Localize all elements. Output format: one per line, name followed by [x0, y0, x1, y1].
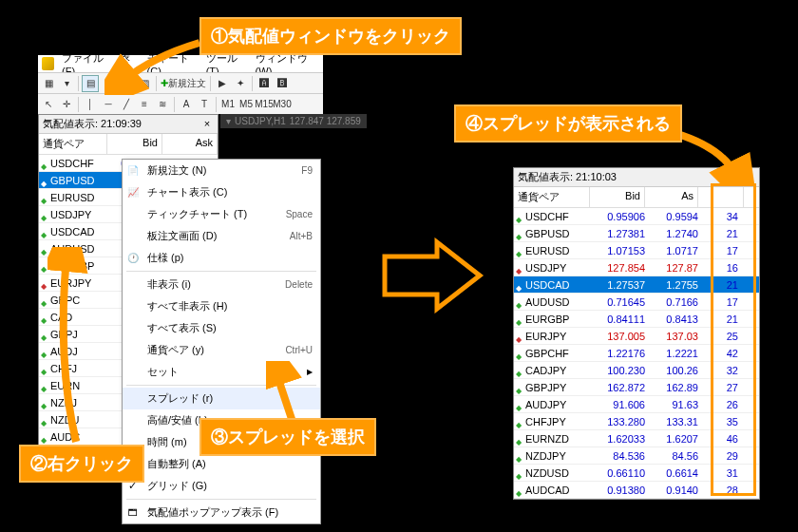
market-watch-header: 通貨ペア Bid Ask — [39, 134, 218, 155]
tf-m30[interactable]: M30 — [274, 96, 291, 113]
context-menu-item[interactable]: ✓自動整列 (A) — [123, 453, 320, 475]
direction-icon — [41, 296, 48, 304]
tb-profile-icon[interactable]: ▾ — [58, 75, 75, 92]
tb-navigator-icon[interactable]: ▥ — [100, 75, 117, 92]
direction-icon — [516, 469, 523, 477]
context-menu-item[interactable]: 🗔気配値ポップアップ表示 (F) — [123, 502, 320, 523]
new-order-button[interactable]: ✚ 新規注文 — [160, 75, 207, 92]
tf-m1[interactable]: M1 — [219, 96, 237, 113]
direction-icon — [41, 160, 48, 167]
tf-m15[interactable]: M15 — [256, 96, 273, 113]
submenu-arrow-icon: ▶ — [307, 368, 313, 376]
direction-icon — [516, 418, 523, 426]
direction-icon — [516, 264, 523, 272]
table-row[interactable]: EURUSD1.071531.071717 — [514, 242, 759, 259]
toolbar-1: ▦ ▾ ▤ ▥ ▧ ▨ ✚ 新規注文 ▶ ✦ 🅰 🅱 — [38, 72, 323, 93]
table-row[interactable]: USDCHF0.959060.959434 — [514, 208, 759, 225]
table-row[interactable]: EURNZD1.620331.620746 — [514, 430, 759, 447]
direction-icon — [41, 382, 48, 390]
direction-icon — [516, 281, 523, 289]
direction-icon — [41, 331, 48, 338]
crosshair-icon[interactable]: ✛ — [58, 96, 75, 113]
chart-tab[interactable]: ▾USDJPY,H1127.847 127.859 — [220, 114, 367, 128]
table-row[interactable]: NZDUSD0.661100.661431 — [514, 465, 759, 482]
context-menu-item[interactable]: セット▶ — [123, 361, 320, 383]
direction-icon — [516, 350, 523, 357]
table-row[interactable]: CADJPY100.230100.2632 — [514, 362, 759, 379]
direction-icon — [516, 315, 523, 323]
table-row[interactable]: AUDUSD0.716450.716617 — [514, 294, 759, 311]
callout-3: ③スプレッドを選択 — [200, 418, 376, 456]
menu-icon: 🕐 — [126, 252, 140, 265]
table-row[interactable]: GBPJPY162.872162.8927 — [514, 379, 759, 396]
direction-icon — [41, 433, 48, 441]
direction-icon — [41, 314, 48, 321]
big-transition-arrow — [380, 238, 484, 314]
table-row[interactable]: AUDJPY91.60691.6326 — [514, 396, 759, 413]
context-menu-item[interactable]: 📈チャート表示 (C) — [123, 181, 320, 203]
direction-icon — [516, 367, 523, 374]
table-row[interactable]: EURJPY137.005137.0325 — [514, 328, 759, 345]
direction-icon — [41, 245, 48, 253]
table-row[interactable]: EURGBP0.841110.841321 — [514, 311, 759, 328]
table-row[interactable]: CHFJPY133.280133.3135 — [514, 413, 759, 430]
close-icon[interactable]: × — [200, 118, 214, 131]
tb-a-icon[interactable]: 🅰 — [256, 75, 273, 92]
direction-icon — [516, 452, 523, 460]
tb-terminal-icon[interactable]: ▧ — [118, 75, 135, 92]
text-icon[interactable]: A — [178, 96, 195, 113]
direction-icon — [516, 384, 523, 391]
channel-icon[interactable]: ≡ — [136, 96, 153, 113]
tb-b-icon[interactable]: 🅱 — [274, 75, 291, 92]
tb-market-watch-icon[interactable]: ▤ — [82, 75, 99, 92]
label-icon[interactable]: T — [196, 96, 213, 113]
context-menu-item[interactable]: ✓グリッド (G) — [123, 475, 320, 497]
direction-icon — [516, 332, 523, 340]
direction-icon — [516, 401, 523, 408]
tb-new-chart-icon[interactable]: ▦ — [40, 75, 57, 92]
menu-icon: 📄 — [126, 164, 140, 178]
direction-icon — [41, 211, 48, 218]
context-menu-item[interactable]: 📄新規注文 (N)F9 — [123, 160, 320, 181]
table-row[interactable]: USDJPY127.854127.8716 — [514, 259, 759, 276]
direction-icon — [41, 348, 48, 355]
toolbar-2: ↖ ✛ │ ─ ╱ ≡ ≋ A T M1 M5 M15 M30 — [38, 93, 323, 114]
context-menu-item[interactable]: 非表示 (i)Delete — [123, 274, 320, 295]
table-row[interactable]: GBPUSD1.273811.274021 — [514, 225, 759, 242]
vline-icon[interactable]: │ — [82, 96, 99, 113]
direction-icon — [516, 247, 523, 255]
context-menu-item[interactable]: スプレッド (r) — [123, 388, 320, 409]
hline-icon[interactable]: ─ — [100, 96, 117, 113]
context-menu-item[interactable]: すべて表示 (S) — [123, 317, 320, 339]
trendline-icon[interactable]: ╱ — [118, 96, 135, 113]
market-watch-title: 気配値表示: 21:09:39 × — [39, 115, 218, 134]
direction-icon — [516, 230, 523, 238]
tb-expert-icon[interactable]: ✦ — [232, 75, 249, 92]
close-icon[interactable]: × — [742, 171, 755, 184]
tb-autotrading-icon[interactable]: ▶ — [214, 75, 231, 92]
fibo-icon[interactable]: ≋ — [154, 96, 171, 113]
tb-strategy-icon[interactable]: ▨ — [136, 75, 153, 92]
direction-icon — [516, 298, 523, 306]
table-row[interactable]: AUDCAD0.913800.914028 — [514, 482, 759, 499]
table-row[interactable]: GBPCHF1.221761.222142 — [514, 345, 759, 362]
mt4-logo-icon — [42, 57, 54, 70]
callout-2: ②右クリック — [19, 445, 144, 483]
direction-icon — [516, 486, 523, 494]
direction-icon — [41, 279, 48, 287]
direction-icon — [41, 416, 48, 424]
callout-1: ①気配値ウィンドウをクリック — [200, 17, 462, 55]
context-menu-item[interactable]: ティックチャート (T)Space — [123, 203, 320, 225]
table-row[interactable]: NZDJPY84.53684.5629 — [514, 447, 759, 465]
menu-icon: 📈 — [126, 186, 140, 200]
cursor-icon[interactable]: ↖ — [40, 96, 57, 113]
direction-icon — [41, 194, 48, 201]
menubar: ファイル (F) 表示 チャート (C) ツール (T) ウィンドウ (W) — [38, 55, 323, 72]
context-menu-item[interactable]: 通貨ペア (y)Ctrl+U — [123, 339, 320, 361]
context-menu-item[interactable]: すべて非表示 (H) — [123, 295, 320, 317]
tf-m5[interactable]: M5 — [238, 96, 255, 113]
context-menu-item[interactable]: 🕐仕様 (p) — [123, 247, 320, 269]
context-menu-item[interactable]: 板注文画面 (D)Alt+B — [123, 225, 320, 247]
direction-icon — [41, 399, 48, 407]
table-row[interactable]: USDCAD1.275371.275521 — [514, 276, 759, 294]
